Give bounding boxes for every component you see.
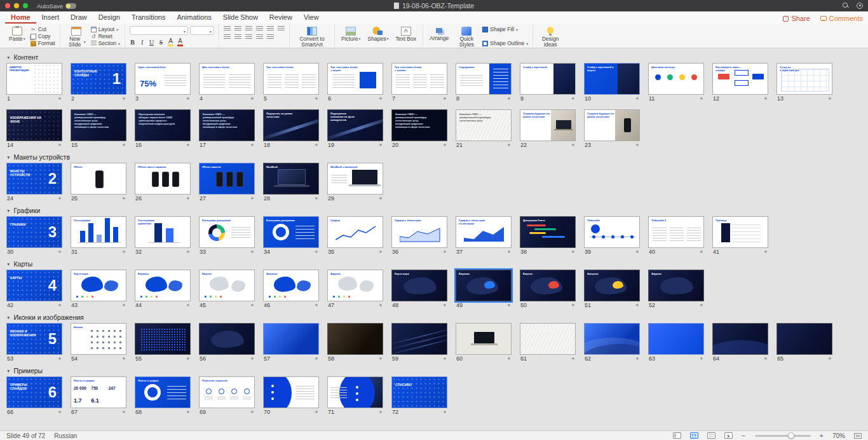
section-header[interactable]: ▼Карты [0, 260, 868, 268]
slide-cell[interactable]: Гистограмма сравнение32★ [135, 216, 191, 256]
slide-cell[interactable]: iPhone25★ [71, 163, 126, 203]
bullets-button[interactable] [224, 26, 231, 32]
tab-design[interactable]: Design [93, 12, 126, 24]
slide-thumbnail[interactable]: Таймлайн 2 [648, 216, 704, 248]
slide-cell[interactable]: 61★ [520, 323, 576, 363]
section-button[interactable]: Section▾ [91, 40, 120, 46]
slide-cell[interactable]: Факты и цифры68★ [135, 376, 191, 416]
slide-cell[interactable]: 58★ [327, 323, 383, 363]
shape-outline-button[interactable]: Shape Outline▾ [482, 40, 528, 46]
tab-review[interactable]: Review [264, 12, 298, 24]
slide-cell[interactable]: Америка46★ [263, 270, 319, 310]
underline-button[interactable]: U [149, 39, 154, 46]
slide-thumbnail[interactable]: Иконки [71, 323, 126, 355]
slide-thumbnail[interactable]: Слайд с картинкой [520, 63, 576, 95]
slide-thumbnail[interactable]: Один текстовый блок75% [135, 63, 191, 95]
tab-insert[interactable]: Insert [36, 12, 65, 24]
slide-cell[interactable]: Сетка из направляющих13★ [776, 63, 832, 103]
slide-cell[interactable]: 71★ [327, 376, 383, 416]
slide-cell[interactable]: MacBook28★ [263, 163, 319, 203]
font-name-dropdown[interactable]: ▾ [130, 26, 188, 35]
slide-thumbnail[interactable] [456, 323, 512, 355]
quick-styles-button[interactable]: Quick Styles [454, 25, 479, 49]
highlight-color-button[interactable]: A [168, 38, 173, 46]
account-icon[interactable] [857, 3, 863, 9]
slide-cell[interactable]: 63★ [648, 323, 704, 363]
text-direction-button[interactable] [278, 26, 285, 32]
slide-sorter-view-button[interactable] [690, 432, 698, 439]
slide-thumbnail[interactable]: iPhone [71, 163, 126, 195]
slide-cell[interactable]: Европа45★ [199, 270, 255, 310]
slide-thumbnail[interactable]: ПРИМЕРЫ СЛАЙДОВ6 [6, 376, 62, 408]
format-painter-button[interactable]: Format [31, 40, 55, 46]
slide-cell[interactable]: Лидерство на рынке логистики18★ [263, 109, 319, 149]
slide-thumbnail[interactable] [263, 376, 319, 408]
justify-button[interactable] [256, 34, 263, 40]
slide-cell[interactable]: Гистограмма31★ [71, 216, 126, 256]
slide-thumbnail[interactable]: Лидерство на рынке логистики [263, 109, 319, 141]
slide-cell[interactable]: MacBook с выноской29★ [327, 163, 383, 203]
slide-thumbnail[interactable]: Подчеркнем компанию на фоне конкурентов [327, 109, 383, 141]
slide-cell[interactable]: ГРАФИКИ330★ [6, 216, 62, 256]
slide-thumbnail[interactable]: Три текстовых блока + иконки [391, 63, 447, 95]
slide-cell[interactable]: Партнерская компания обладает парком бол… [135, 109, 191, 149]
zoom-out-button[interactable]: − [742, 432, 745, 439]
normal-view-button[interactable] [673, 432, 681, 439]
slide-cell[interactable]: Компания «ОБЗ» — универсальный провайдер… [199, 109, 255, 149]
slide-cell[interactable]: Африка52★ [648, 270, 704, 310]
numbering-button[interactable] [234, 26, 241, 32]
section-header[interactable]: ▼Иконки и изображения [0, 313, 868, 321]
slide-thumbnail[interactable]: Карта мира [71, 270, 126, 301]
slide-cell[interactable]: График35★ [327, 216, 383, 256]
slide-cell[interactable]: ШАБЛОН ПРЕЗЕНТАЦИИ1★ [6, 63, 62, 103]
slide-thumbnail[interactable]: ШАБЛОН ПРЕЗЕНТАЦИИ [6, 63, 62, 95]
minimize-window-button[interactable] [14, 3, 19, 8]
slide-thumbnail[interactable]: Три текстовых блока + акцент [327, 63, 383, 95]
zoom-in-button[interactable]: + [820, 432, 824, 439]
slide-thumbnail[interactable] [520, 323, 576, 355]
slide-cell[interactable]: iPhone много экранов26★ [135, 163, 191, 203]
share-button[interactable]: Share [783, 15, 810, 22]
slide-thumbnail[interactable]: График [327, 216, 383, 248]
design-ideas-button[interactable]: Design Ideas [538, 25, 563, 49]
autosave-toggle[interactable]: AutoSave [37, 3, 76, 10]
slide-thumbnail[interactable]: КАРТЫ4 [6, 270, 62, 301]
slide-thumbnail[interactable]: MacBook с выноской [327, 163, 383, 195]
slide-thumbnail[interactable] [327, 323, 383, 355]
slide-cell[interactable]: Как выбрать макет слайда12★ [712, 63, 768, 103]
slide-thumbnail[interactable]: MacBook [263, 163, 319, 195]
slide-cell[interactable]: Содержание8★ [456, 63, 512, 103]
slide-thumbnail[interactable]: Европа [520, 270, 576, 301]
zoom-level[interactable]: 70% [832, 432, 845, 439]
slide-cell[interactable]: Кольцевая диаграмма33★ [199, 216, 255, 256]
slide-cell[interactable]: КАРТЫ442★ [6, 270, 62, 310]
new-slide-button[interactable]: New Slide▾ [65, 25, 88, 49]
slide-thumbnail[interactable] [712, 323, 768, 355]
slide-cell[interactable]: Таймлайн 240★ [648, 216, 704, 256]
slide-thumbnail[interactable]: Таблица [712, 216, 768, 248]
slide-cell[interactable]: График с областями36★ [391, 216, 447, 256]
slide-thumbnail[interactable]: Компания «ОБЗ» — универсальный провайдер… [391, 109, 447, 141]
slide-cell[interactable]: Евразия49★ [456, 270, 512, 310]
layout-button[interactable]: Layout▾ [91, 26, 120, 32]
slide-thumbnail[interactable]: ГРАФИКИ3 [6, 216, 62, 248]
slide-cell[interactable]: Иконки54★ [71, 323, 126, 363]
slide-thumbnail[interactable]: МАКЕТЫ УСТРОЙСТВ2 [6, 163, 62, 195]
slide-cell[interactable]: ИКОНКИ И ИЗОБРАЖЕНИЯ553★ [6, 323, 62, 363]
indent-increase-button[interactable] [256, 26, 263, 32]
slide-thumbnail[interactable] [648, 323, 704, 355]
section-header[interactable]: ▼Контент [0, 53, 868, 61]
slide-cell[interactable]: 60★ [456, 323, 512, 363]
convert-to-smartart-button[interactable]: Convert to SmartArt [294, 25, 330, 49]
section-header[interactable]: ▼Примеры [0, 367, 868, 375]
slide-thumbnail[interactable]: Партнерская компания обладает парком бол… [135, 109, 191, 141]
slide-thumbnail[interactable]: Диаграмма Ганта [520, 216, 576, 248]
slide-thumbnail[interactable]: Европа [199, 270, 255, 301]
copy-button[interactable]: Copy [31, 33, 55, 39]
slide-thumbnail[interactable] [391, 323, 447, 355]
slide-cell[interactable]: Два текстовых блока4★ [199, 63, 255, 103]
slide-cell[interactable]: 55★ [135, 323, 191, 363]
slide-cell[interactable]: Компания «ОБЗ» — универсальный провайдер… [71, 109, 126, 149]
zoom-window-button[interactable] [23, 3, 28, 8]
fit-slide-to-window-button[interactable] [854, 433, 862, 439]
